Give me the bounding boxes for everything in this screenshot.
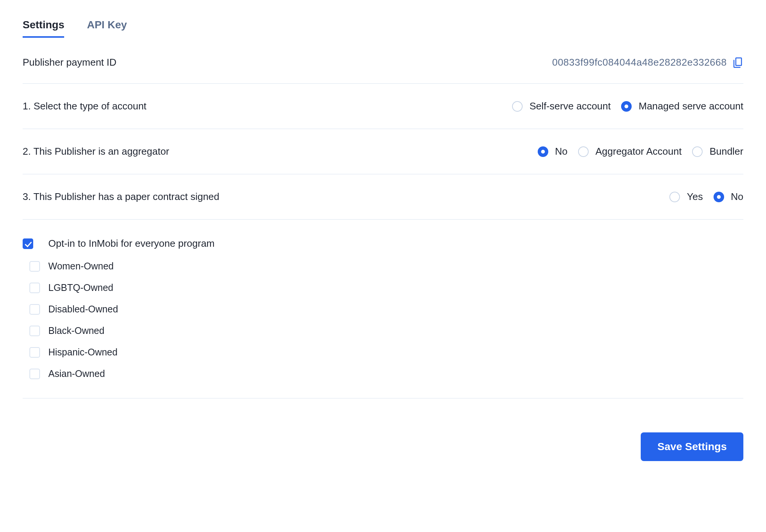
radio-self-serve[interactable]: Self-serve account — [512, 100, 611, 112]
radio-icon — [578, 146, 589, 157]
radio-label: Self-serve account — [529, 100, 611, 112]
opt-in-section: Opt-in to InMobi for everyone program Wo… — [23, 220, 743, 398]
publisher-payment-id-value: 00833f99fc084044a48e28282e332668 — [552, 57, 727, 68]
radio-aggregator-no[interactable]: No — [538, 146, 568, 157]
opt-in-checkbox-row[interactable]: Opt-in to InMobi for everyone program — [23, 238, 743, 249]
question-paper-contract-label: 3. This Publisher has a paper contract s… — [23, 191, 219, 203]
radio-label: No — [555, 146, 568, 157]
radio-icon — [538, 146, 548, 157]
publisher-payment-id-row: Publisher payment ID 00833f99fc084044a48… — [23, 53, 743, 84]
radio-icon — [669, 192, 680, 202]
tab-api-key[interactable]: API Key — [87, 19, 127, 38]
checkbox-label: Hispanic-Owned — [48, 347, 117, 358]
radio-label: Yes — [687, 191, 703, 203]
radio-managed-serve[interactable]: Managed serve account — [621, 100, 743, 112]
checkbox-label: Women-Owned — [48, 261, 114, 272]
actions-row: Save Settings — [23, 398, 743, 461]
question-aggregator-label: 2. This Publisher is an aggregator — [23, 146, 169, 157]
checkbox-icon — [29, 369, 40, 379]
question-paper-contract-options: Yes No — [669, 191, 743, 203]
checkbox-hispanic-owned[interactable]: Hispanic-Owned — [29, 347, 743, 358]
radio-icon — [621, 101, 632, 112]
checkbox-label: LGBTQ-Owned — [48, 282, 113, 293]
radio-contract-no[interactable]: No — [714, 191, 743, 203]
question-aggregator: 2. This Publisher is an aggregator No Ag… — [23, 129, 743, 174]
checkbox-disabled-owned[interactable]: Disabled-Owned — [29, 304, 743, 315]
opt-in-label: Opt-in to InMobi for everyone program — [48, 238, 215, 249]
checkbox-lgbtq-owned[interactable]: LGBTQ-Owned — [29, 282, 743, 293]
tabs: Settings API Key — [23, 19, 743, 38]
publisher-payment-id-value-group: 00833f99fc084044a48e28282e332668 — [552, 57, 743, 68]
settings-page: Settings API Key Publisher payment ID 00… — [0, 0, 766, 532]
radio-label: Managed serve account — [638, 100, 743, 112]
radio-label: Aggregator Account — [595, 146, 681, 157]
tab-settings[interactable]: Settings — [23, 19, 64, 38]
question-account-type: 1. Select the type of account Self-serve… — [23, 84, 743, 129]
checkbox-icon — [29, 304, 40, 315]
radio-contract-yes[interactable]: Yes — [669, 191, 703, 203]
radio-bundler[interactable]: Bundler — [692, 146, 743, 157]
radio-icon — [692, 146, 703, 157]
radio-icon — [714, 192, 724, 202]
radio-label: No — [731, 191, 743, 203]
checkbox-icon — [29, 261, 40, 272]
question-account-type-options: Self-serve account Managed serve account — [512, 100, 743, 112]
checkbox-icon — [23, 238, 33, 249]
radio-label: Bundler — [709, 146, 743, 157]
radio-aggregator-account[interactable]: Aggregator Account — [578, 146, 681, 157]
checkbox-label: Black-Owned — [48, 325, 105, 336]
radio-icon — [512, 101, 523, 112]
save-button[interactable]: Save Settings — [641, 432, 743, 461]
checkbox-icon — [29, 283, 40, 293]
checkbox-label: Disabled-Owned — [48, 304, 118, 315]
question-account-type-label: 1. Select the type of account — [23, 100, 146, 112]
checkbox-black-owned[interactable]: Black-Owned — [29, 325, 743, 336]
publisher-payment-id-label: Publisher payment ID — [23, 57, 117, 68]
checkbox-icon — [29, 326, 40, 336]
question-paper-contract: 3. This Publisher has a paper contract s… — [23, 174, 743, 220]
checkbox-women-owned[interactable]: Women-Owned — [29, 261, 743, 272]
checkbox-icon — [29, 347, 40, 358]
checkbox-asian-owned[interactable]: Asian-Owned — [29, 368, 743, 379]
checkbox-label: Asian-Owned — [48, 368, 105, 379]
question-aggregator-options: No Aggregator Account Bundler — [538, 146, 743, 157]
svg-rect-0 — [736, 58, 741, 65]
copy-icon[interactable] — [732, 57, 743, 68]
